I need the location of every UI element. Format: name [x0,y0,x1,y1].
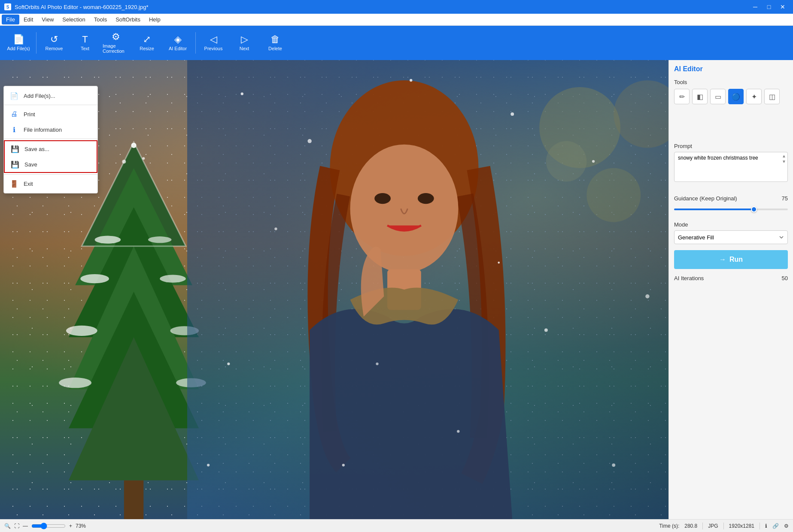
svg-point-39 [645,294,649,298]
zoom-minus-btn[interactable]: — [23,523,28,529]
app-icon: S [4,3,11,10]
toolbar-sep-1 [36,32,36,54]
frame-icon: ⛶ [14,523,19,529]
svg-point-17 [122,160,126,163]
svg-point-9 [148,236,172,243]
toolbar-add-files-label: Add File(s) [7,46,30,51]
dropdown-menu: 📄 Add File(s)... 🖨 Print ℹ File informat… [3,86,98,193]
photo-canvas[interactable] [0,60,668,519]
svg-point-31 [410,79,412,82]
menu-softorbits[interactable]: SoftOrbits [111,15,145,24]
tool-clear[interactable]: ◫ [764,89,780,104]
status-bar-right: Time (s): 280.8 JPG 1920x1281 ℹ 🔗 ⚙ [659,523,789,529]
status-sep-3 [760,523,760,529]
svg-point-34 [274,227,277,230]
time-label: Time (s): [659,523,679,529]
menu-item-print-label: Print [24,111,35,118]
dropdown-sep-2 [4,139,97,139]
prompt-input[interactable]: snowy white frozen christmass tree [674,152,788,182]
menu-help[interactable]: Help [145,15,165,24]
toolbar-remove[interactable]: ↺ Remove [39,28,69,57]
menu-edit[interactable]: Edit [19,15,37,24]
guidance-slider-container[interactable] [674,204,788,215]
title-bar: S SoftOrbits AI Photo Editor - woman-600… [0,0,793,14]
info-icon[interactable]: ℹ [765,523,767,529]
status-bar-left: 🔍 ⛶ — + 73% [4,523,655,529]
svg-point-11 [160,275,186,282]
tool-star-select[interactable]: ✦ [746,89,762,104]
resize-icon: ⤢ [143,35,151,44]
zoom-plus-btn[interactable]: + [69,523,72,529]
dimensions-value: 1920x1281 [729,523,754,529]
share-icon[interactable]: 🔗 [772,523,779,529]
text-icon: T [82,35,88,44]
spacer [674,111,788,137]
prompt-scroll-down[interactable]: ▼ [782,159,786,164]
guidance-slider-track [674,209,788,210]
menu-item-save-as[interactable]: 💾 Save as... [5,141,97,157]
ai-iterations-row: AI Iterations 50 [674,275,788,281]
menu-tools[interactable]: Tools [90,15,111,24]
svg-point-38 [227,363,230,365]
menu-item-exit[interactable]: 🚪 Exit [4,176,97,191]
svg-point-41 [342,464,345,466]
svg-point-16 [131,142,136,148]
format-badge: JPG [708,523,718,529]
menu-item-save-label: Save [24,161,37,168]
menu-selection[interactable]: Selection [58,15,89,24]
ai-iterations-label: AI Iterations [674,275,704,281]
toolbar-resize[interactable]: ⤢ Resize [132,28,162,57]
zoom-slider[interactable] [31,523,66,529]
tool-brush[interactable]: ✏ [674,89,690,104]
file-info-menu-icon: ℹ [10,125,18,134]
canvas-area: 📄 Add File(s)... 🖨 Print ℹ File informat… [0,60,668,519]
delete-icon: 🗑 [270,35,280,44]
menu-item-save-as-label: Save as... [24,146,49,152]
svg-point-26 [374,193,391,204]
guidance-slider-thumb[interactable] [751,206,757,212]
toolbar-next-label: Next [240,46,249,51]
title-bar-controls: ─ □ ✕ [749,1,789,13]
settings-icon[interactable]: ⚙ [784,523,789,529]
minimize-button[interactable]: ─ [749,1,761,13]
menu-item-save[interactable]: 💾 Save [5,157,97,172]
prompt-scroll-up[interactable]: ▲ [782,154,786,158]
menu-file[interactable]: File [2,15,19,24]
toolbar-add-files[interactable]: 📄 Add File(s) [3,28,33,57]
toolbar-previous-label: Previous [204,46,223,51]
maximize-button[interactable]: □ [763,1,775,13]
svg-point-8 [94,236,121,243]
menu-item-add-files[interactable]: 📄 Add File(s)... [4,88,97,103]
toolbar-previous[interactable]: ◁ Previous [198,28,228,57]
add-files-icon: 📄 [13,35,24,44]
tool-rect-select[interactable]: ▭ [710,89,726,104]
image-correction-icon: ⚙ [112,32,120,42]
toolbar-text[interactable]: T Text [70,28,100,57]
tool-magic-select[interactable]: 🔵 [728,89,744,104]
remove-icon: ↺ [50,35,58,44]
main-container: 📄 Add File(s)... 🖨 Print ℹ File informat… [0,60,793,519]
save-as-menu-icon: 💾 [11,145,19,153]
menu-item-file-info[interactable]: ℹ File information [4,122,97,137]
menu-view[interactable]: View [37,15,58,24]
next-icon: ▷ [241,35,248,44]
toolbar-ai-editor[interactable]: ◈ AI Editor [163,28,193,57]
menu-item-print[interactable]: 🖨 Print [4,106,97,122]
toolbar-delete[interactable]: 🗑 Delete [260,28,290,57]
panel-title: AI Editor [674,65,788,73]
woman-area [187,60,668,519]
close-button[interactable]: ✕ [777,1,789,13]
mode-select[interactable]: Generative Fill Inpainting Outpainting [674,230,788,244]
ai-iterations-value: 50 [782,275,788,281]
toolbar-text-label: Text [81,46,89,51]
tool-eraser[interactable]: ◧ [692,89,708,104]
toolbar-remove-label: Remove [46,46,63,51]
status-bar: 🔍 ⛶ — + 73% Time (s): 280.8 JPG 1920x128… [0,519,793,532]
status-sep-1 [702,523,703,529]
run-button[interactable]: → Run [674,250,788,269]
right-panel: AI Editor Tools ✏ ◧ ▭ 🔵 ✦ ◫ Prompt snowy… [668,60,793,519]
toolbar-image-correction[interactable]: ⚙ Image Correction [101,28,131,57]
mode-row: Mode [674,221,788,228]
toolbar-next[interactable]: ▷ Next [229,28,259,57]
menu-item-exit-label: Exit [24,181,33,187]
